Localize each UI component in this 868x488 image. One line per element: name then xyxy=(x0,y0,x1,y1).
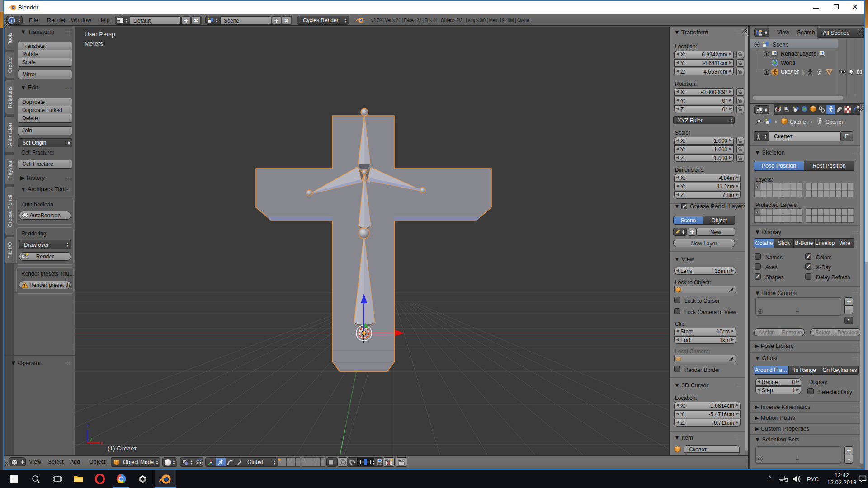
svg-text:Meters: Meters xyxy=(85,40,104,47)
svg-text:y: y xyxy=(90,436,92,442)
svg-text:!: ! xyxy=(24,283,25,288)
svg-text:z: z xyxy=(86,423,89,428)
svg-text:x: x xyxy=(100,440,103,446)
svg-text:User Persp: User Persp xyxy=(85,31,115,38)
svg-text:(1) Скелет: (1) Скелет xyxy=(108,445,137,452)
svg-text:i: i xyxy=(11,18,12,23)
